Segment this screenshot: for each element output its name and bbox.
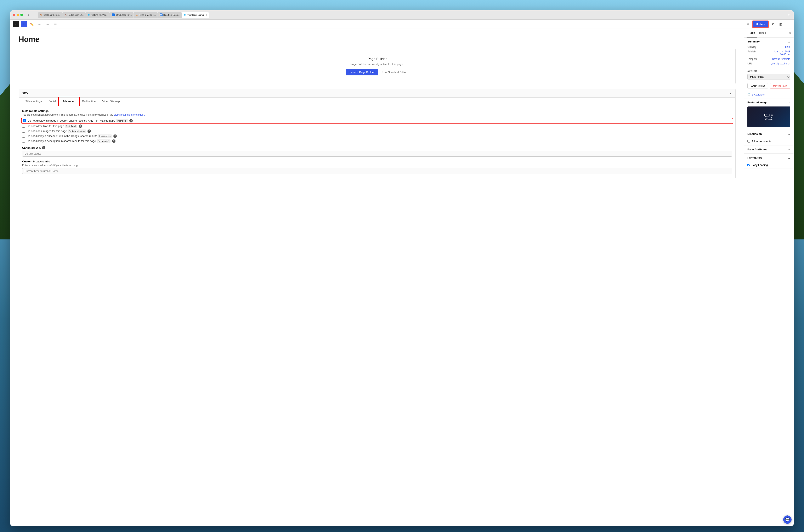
minimize-traffic-light[interactable] — [17, 14, 19, 16]
summary-row-url: URL yourdigital.church — [747, 62, 790, 65]
url-key: URL — [747, 62, 752, 65]
browser-tab-4[interactable]: ▲ Titles & Metas ‹ ... — [134, 12, 158, 18]
launch-page-builder-button[interactable]: Launch Page Builder — [346, 69, 378, 75]
lazy-loading-label: Lazy Loading — [752, 164, 768, 167]
publish-value[interactable]: March 4, 2018 10:40 pm — [774, 50, 790, 56]
lazy-loading-checkbox[interactable] — [747, 164, 750, 166]
tab-favicon-2: 🌐 — [88, 14, 91, 16]
church-text: Church — [764, 118, 773, 121]
update-button[interactable]: Update — [752, 21, 769, 27]
summary-row-template: Template Default template — [747, 58, 790, 60]
seo-tab-redirection[interactable]: Redirection — [79, 98, 99, 105]
noindex-help-icon[interactable]: ? — [129, 119, 133, 122]
preview-button[interactable]: ⧉ — [745, 21, 751, 27]
custom-breadcrumbs-desc: Enter a custom value, useful if your tit… — [22, 164, 732, 167]
sidebar-close-button[interactable]: × — [789, 31, 791, 35]
allow-comments-label: Allow comments — [752, 140, 771, 143]
page-attributes-header[interactable]: Page Attributes ▼ — [744, 146, 793, 153]
browser-tab-2[interactable]: 🌐 Getting your Wo... — [86, 12, 110, 18]
tab-favicon-3: M — [112, 14, 115, 16]
discussion-chevron-icon: ▲ — [788, 133, 790, 135]
featured-image-preview[interactable]: City Church — [747, 107, 790, 127]
template-value[interactable]: Default template — [772, 58, 790, 60]
redo-button[interactable]: ↪ — [44, 21, 51, 27]
tab-label-4: Titles & Metas ‹ ... — [139, 14, 156, 16]
allow-comments-checkbox[interactable] — [747, 140, 750, 142]
fullscreen-traffic-light[interactable] — [20, 14, 23, 16]
browser-tab-5[interactable]: M Hide from Searc... — [158, 12, 182, 18]
chat-bubble-button[interactable]: 💬 — [783, 515, 791, 524]
noindex-row: Do not display this page in search engin… — [22, 119, 732, 123]
close-traffic-light[interactable] — [13, 14, 15, 16]
page-title: Home — [19, 35, 735, 44]
featured-image-title: Featured image — [747, 101, 767, 104]
noimageindex-tag: (noimageindex) — [68, 130, 86, 133]
plugin-settings-link[interactable]: global settings of the plugin. — [114, 113, 145, 116]
edit-button[interactable]: ✏️ — [29, 21, 35, 27]
move-to-trash-button[interactable]: Move to trash — [770, 83, 790, 89]
traffic-lights — [13, 14, 23, 16]
browser-tab-0[interactable]: 🏠 Dashboard ‹ Dig... — [38, 12, 62, 18]
canonical-url-help-icon[interactable]: ? — [42, 146, 45, 149]
tab-label-3: Introduction | Di... — [115, 14, 132, 16]
switch-to-draft-button[interactable]: Switch to draft — [747, 83, 768, 89]
page-builder-description: Page Builder is currently active for thi… — [23, 62, 731, 66]
revisions-row[interactable]: 🕐 6 Revisions — [744, 91, 793, 98]
canonical-url-input[interactable] — [22, 151, 732, 157]
perfmatters-section-header[interactable]: Perfmatters ▲ — [744, 154, 793, 162]
summary-section-header[interactable]: Summary ▲ — [744, 38, 793, 45]
noarchive-checkbox[interactable] — [22, 135, 25, 137]
page-builder-buttons: Launch Page Builder Use Standard Editor — [23, 69, 731, 75]
featured-image-header[interactable]: Featured image ▲ — [744, 98, 793, 107]
noarchive-help-icon[interactable]: ? — [113, 134, 117, 138]
city-church-logo: City Church — [764, 113, 773, 121]
discussion-section: Discussion ▲ Allow comments — [744, 130, 793, 146]
undo-button[interactable]: ↩ — [36, 21, 43, 27]
noimageindex-help-icon[interactable]: ? — [88, 130, 91, 133]
browser-tab-1[interactable]: ⛪ Redemption Ch... — [62, 12, 86, 18]
nofollow-help-icon[interactable]: ? — [79, 125, 82, 128]
back-button[interactable]: ‹ — [26, 13, 31, 17]
seo-section-header[interactable]: SEO ▲ — [19, 89, 735, 98]
editor-toolbar: ‹ + ✏️ ↩ ↪ ☰ ⧉ Update ⚙ ▦ ⋮ — [11, 20, 793, 29]
seo-tab-advanced[interactable]: Advanced — [59, 98, 78, 105]
nosnippet-help-icon[interactable]: ? — [112, 139, 115, 143]
more-options-button[interactable]: ⋮ — [785, 21, 791, 27]
seo-tabs: Titles settings Social Advanced Redirect… — [19, 98, 735, 105]
use-standard-editor-button[interactable]: Use Standard Editor — [381, 69, 408, 75]
tab-label-1: Redemption Ch... — [68, 14, 84, 16]
nofollow-checkbox[interactable] — [22, 125, 25, 128]
tab-favicon-4: ▲ — [135, 14, 139, 16]
toolbar-right: ⧉ Update ⚙ ▦ ⋮ — [745, 21, 791, 27]
visibility-value[interactable]: Public — [784, 45, 790, 49]
browser-tab-6[interactable]: 🌐 yourdigital.church ⊕ — [182, 12, 208, 18]
author-select[interactable]: Mark Tenney — [747, 74, 790, 80]
nosnippet-checkbox[interactable] — [22, 140, 25, 142]
visibility-key: Visibility — [747, 45, 756, 49]
add-block-button[interactable]: + — [21, 21, 27, 27]
seo-tab-social[interactable]: Social — [45, 98, 59, 105]
template-key: Template — [747, 58, 757, 60]
list-view-button[interactable]: ☰ — [52, 21, 58, 27]
new-tab-button[interactable]: + — [787, 13, 791, 17]
browser-tab-3[interactable]: M Introduction | Di... — [110, 12, 133, 18]
custom-breadcrumbs-input[interactable] — [22, 168, 732, 174]
sidebar-tab-page[interactable]: Page — [747, 29, 757, 38]
noindex-checkbox[interactable] — [23, 119, 26, 122]
seo-tab-video-sitemap[interactable]: Video Sitemap — [99, 98, 123, 105]
chat-icon: 💬 — [785, 517, 790, 522]
url-value[interactable]: yourdigital.church — [771, 62, 790, 65]
seo-toggle-icon[interactable]: ▲ — [729, 92, 732, 95]
back-to-posts-button[interactable]: ‹ — [13, 21, 19, 27]
summary-chevron-icon: ▲ — [788, 40, 790, 43]
seo-tab-titles[interactable]: Titles settings — [22, 98, 45, 105]
seo-content: Meta robots settings You cannot uncheck … — [19, 105, 735, 178]
settings-button[interactable]: ⚙ — [770, 21, 776, 27]
forward-button[interactable]: › — [32, 13, 36, 17]
page-builder-box: Page Builder Page Builder is currently a… — [19, 49, 735, 84]
sidebar-tab-block[interactable]: Block — [757, 29, 768, 38]
discussion-section-header[interactable]: Discussion ▲ — [744, 130, 793, 138]
browser-window: ‹ › 🏠 Dashboard ‹ Dig... ⛪ Redemption Ch… — [11, 11, 793, 526]
sidebar-toggle-button[interactable]: ▦ — [778, 21, 784, 27]
noimageindex-checkbox[interactable] — [22, 130, 25, 133]
